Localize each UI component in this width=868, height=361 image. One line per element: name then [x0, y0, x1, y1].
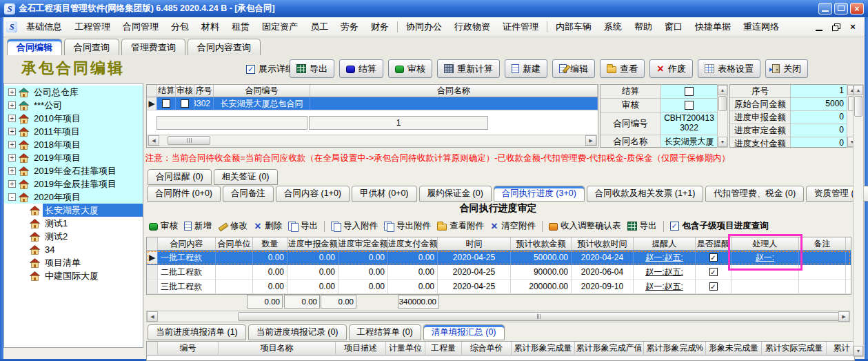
menu-item[interactable]: 帮助: [628, 19, 658, 35]
contract-hscrollbar[interactable]: ◀ ▶: [148, 135, 597, 146]
expand-icon[interactable]: +: [8, 141, 16, 148]
menu-item[interactable]: 协同办公: [400, 19, 448, 35]
mdi-close-button[interactable]: ×: [848, 23, 858, 31]
scroll-thumb[interactable]: [718, 96, 727, 111]
scroll-thumb[interactable]: [854, 96, 862, 117]
toolbar-item[interactable]: ×删除: [254, 220, 282, 232]
content-vscrollbar[interactable]: ▲ ▼: [853, 84, 864, 357]
toolbar-item[interactable]: 导出: [288, 220, 318, 232]
toolbar-item[interactable]: 修改: [218, 220, 248, 232]
bottom-tab[interactable]: 当前进度填报清单 (1): [148, 324, 246, 340]
detail-value[interactable]: [661, 85, 717, 98]
tree-item[interactable]: +2019年金辰挂靠项目: [4, 177, 143, 191]
collapse-icon[interactable]: -: [8, 193, 16, 201]
progress-row[interactable]: ▶一批工程款0.000.000.000.002020-04-2550000.00…: [147, 251, 851, 265]
detail-tab[interactable]: 甲供材 (0+0): [352, 186, 417, 202]
tree-item[interactable]: 中建国际大厦: [4, 269, 143, 282]
checkbox[interactable]: ✓: [709, 268, 718, 276]
bottom-tab[interactable]: 清单填报汇总 (0): [423, 324, 505, 340]
minimize-button[interactable]: [818, 3, 832, 14]
toolbar-button[interactable]: ×作废: [649, 59, 693, 78]
main-tab[interactable]: 合同查询: [64, 39, 119, 55]
close-button[interactable]: ×: [850, 3, 864, 14]
checkbox[interactable]: [181, 99, 189, 108]
scroll-down-icon[interactable]: ▼: [854, 346, 863, 356]
tree-item[interactable]: 项目清单: [4, 256, 143, 269]
view-attachment-button[interactable]: 查看附件: [437, 220, 484, 232]
tree-item[interactable]: -2020年项目: [4, 191, 143, 204]
main-tab[interactable]: 管理费查询: [121, 39, 185, 55]
menu-item[interactable]: 合同管理: [117, 19, 165, 35]
clear-attachment-button[interactable]: ×清空附件: [490, 220, 536, 232]
tree-item[interactable]: 测试1: [4, 217, 143, 230]
tree-item[interactable]: +2011年项目: [4, 125, 143, 138]
include-children-checkbox[interactable]: ✓包含子级项目进度查询: [670, 220, 769, 232]
bottom-tab[interactable]: 当前进度填报记录 (0): [248, 324, 347, 340]
checkbox[interactable]: ✓: [709, 253, 718, 262]
menu-item[interactable]: 系统: [598, 19, 628, 35]
menu-item[interactable]: 快捷单据: [689, 19, 737, 35]
tree-item[interactable]: 长安湖景大厦: [4, 204, 143, 217]
toolbar-button[interactable]: 编辑: [552, 59, 595, 78]
expand-icon[interactable]: +: [8, 154, 16, 162]
menu-item[interactable]: 固定资产: [256, 19, 304, 35]
checkbox[interactable]: ✓: [709, 282, 718, 291]
scroll-left-icon[interactable]: ◀: [148, 135, 159, 146]
scroll-right-icon[interactable]: ▶: [838, 311, 849, 322]
tree-item[interactable]: +2018年项目: [4, 138, 143, 151]
toolbar-item[interactable]: 收入调整确认表: [549, 220, 621, 232]
menu-item[interactable]: 重连网络: [737, 19, 785, 35]
main-tab[interactable]: 合同内容查询: [188, 39, 261, 55]
progress-row[interactable]: 三批工程款0.000.000.000.002020-04-25200000.00…: [147, 280, 851, 294]
tree-item[interactable]: +公司总仓库: [4, 86, 143, 99]
menu-item[interactable]: 证件管理: [496, 19, 545, 35]
detail-value[interactable]: 0: [791, 137, 847, 147]
scroll-up-icon[interactable]: ▲: [718, 85, 727, 95]
detail-vscrollbar[interactable]: ▲ ▼: [717, 84, 728, 148]
toolbar-button[interactable]: 审核: [388, 59, 432, 78]
checkbox[interactable]: [685, 87, 694, 96]
toolbar-button[interactable]: 查看: [600, 59, 645, 78]
toolbar-button[interactable]: 表格设置: [698, 59, 760, 78]
expand-icon[interactable]: +: [8, 115, 16, 122]
detail-tab[interactable]: 合同备注: [223, 186, 274, 202]
tree-item[interactable]: +***公司: [4, 99, 143, 112]
tree-item[interactable]: 34: [4, 243, 143, 256]
menu-item[interactable]: 分包: [165, 19, 195, 35]
detail-tab[interactable]: 相关签证 (0): [214, 169, 278, 185]
mdi-restore-button[interactable]: [831, 23, 841, 31]
menu-item[interactable]: 基础信息: [20, 19, 68, 35]
detail-tab[interactable]: 代扣管理费、税金 (0): [705, 186, 804, 202]
menu-item[interactable]: 财务: [365, 19, 395, 35]
progress-hscrollbar[interactable]: ◀ ▶: [146, 311, 850, 322]
tree-item[interactable]: +2019年项目: [4, 151, 143, 164]
toolbar-item[interactable]: 新增: [184, 220, 212, 232]
checkbox[interactable]: ✓: [670, 222, 679, 231]
menu-item[interactable]: 内部车辆: [549, 19, 598, 35]
scroll-thumb[interactable]: [238, 312, 839, 321]
toolbar-button[interactable]: 重新计算: [437, 59, 500, 78]
expand-icon[interactable]: +: [8, 167, 16, 175]
detail-tab[interactable]: 合同提醒 (0): [148, 169, 212, 185]
detail-value[interactable]: 1: [791, 85, 847, 97]
expand-icon[interactable]: +: [8, 88, 16, 96]
scroll-right-icon[interactable]: ▶: [585, 135, 596, 146]
tree-item[interactable]: 测试2: [4, 230, 143, 243]
mdi-minimize-button[interactable]: [815, 23, 825, 31]
menu-item[interactable]: 窗口: [658, 19, 689, 35]
scroll-down-icon[interactable]: ▼: [718, 137, 727, 147]
detail-tab[interactable]: 合同内容 (1+0): [276, 186, 350, 202]
toolbar-button[interactable]: 新建: [505, 59, 547, 78]
close-window-button[interactable]: 关闭: [765, 59, 808, 78]
menu-item[interactable]: 劳务: [334, 19, 365, 35]
scroll-left-icon[interactable]: ◀: [147, 311, 158, 322]
menu-item[interactable]: 员工: [304, 19, 334, 35]
detail-tab[interactable]: 履约保证金 (0): [419, 186, 492, 202]
detail-tab[interactable]: 合同收款及相关发票 (1+1): [587, 186, 704, 202]
detail-value[interactable]: CBHT2004133022: [661, 113, 717, 135]
contract-table-row[interactable]: ▶CBHT200413302长安湖景大厦总包合同: [147, 97, 598, 110]
detail-value[interactable]: 0: [791, 111, 847, 124]
expand-icon[interactable]: +: [8, 101, 16, 109]
import-attachment-button[interactable]: 导入附件: [331, 220, 378, 232]
progress-row[interactable]: 二批工程款0.000.000.000.002020-04-2590000.002…: [147, 265, 851, 280]
